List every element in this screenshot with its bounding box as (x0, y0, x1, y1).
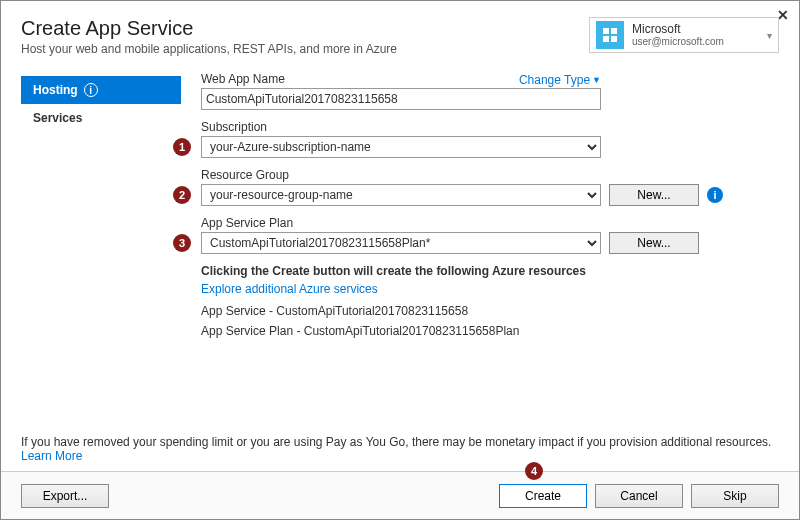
new-resource-group-button[interactable]: New... (609, 184, 699, 206)
summary-line: App Service - CustomApiTutorial201708231… (201, 304, 779, 318)
footer: Export... 4 Create Cancel Skip (1, 471, 799, 519)
webapp-name-label: Web App Name (201, 72, 285, 86)
svg-rect-1 (611, 28, 617, 34)
create-button[interactable]: Create (499, 484, 587, 508)
skip-button[interactable]: Skip (691, 484, 779, 508)
svg-rect-2 (603, 36, 609, 42)
cancel-button[interactable]: Cancel (595, 484, 683, 508)
account-email: user@microsoft.com (632, 36, 759, 47)
sidebar-item-hosting[interactable]: Hosting i (21, 76, 181, 104)
sidebar-item-label: Services (33, 111, 82, 125)
account-name: Microsoft (632, 23, 759, 36)
chevron-down-icon: ▾ (767, 30, 772, 41)
subscription-label: Subscription (201, 120, 779, 134)
app-service-plan-label: App Service Plan (201, 216, 779, 230)
step-marker-3: 3 (173, 234, 191, 252)
change-type-link[interactable]: Change Type ▼ (519, 73, 601, 87)
svg-rect-3 (611, 36, 617, 42)
webapp-name-input[interactable] (201, 88, 601, 110)
summary-heading: Clicking the Create button will create t… (201, 264, 779, 278)
learn-more-link[interactable]: Learn More (21, 449, 82, 463)
resource-group-label: Resource Group (201, 168, 779, 182)
sidebar: Hosting i Services (21, 72, 181, 344)
sidebar-item-label: Hosting (33, 83, 78, 97)
step-marker-4: 4 (525, 462, 543, 480)
info-icon[interactable]: i (707, 187, 723, 203)
summary-line: App Service Plan - CustomApiTutorial2017… (201, 324, 779, 338)
export-button[interactable]: Export... (21, 484, 109, 508)
pricing-note: If you have removed your spending limit … (21, 435, 779, 449)
subscription-select[interactable]: your-Azure-subscription-name (201, 136, 601, 158)
chevron-down-icon: ▼ (592, 75, 601, 85)
sidebar-item-services[interactable]: Services (21, 104, 181, 132)
account-picker[interactable]: Microsoft user@microsoft.com ▾ (589, 17, 779, 53)
step-marker-1: 1 (173, 138, 191, 156)
explore-services-link[interactable]: Explore additional Azure services (201, 282, 779, 296)
step-marker-2: 2 (173, 186, 191, 204)
app-service-plan-select[interactable]: CustomApiTutorial20170823115658Plan* (201, 232, 601, 254)
info-icon: i (84, 83, 98, 97)
resource-group-select[interactable]: your-resource-group-name (201, 184, 601, 206)
svg-rect-0 (603, 28, 609, 34)
microsoft-logo-icon (596, 21, 624, 49)
new-app-service-plan-button[interactable]: New... (609, 232, 699, 254)
